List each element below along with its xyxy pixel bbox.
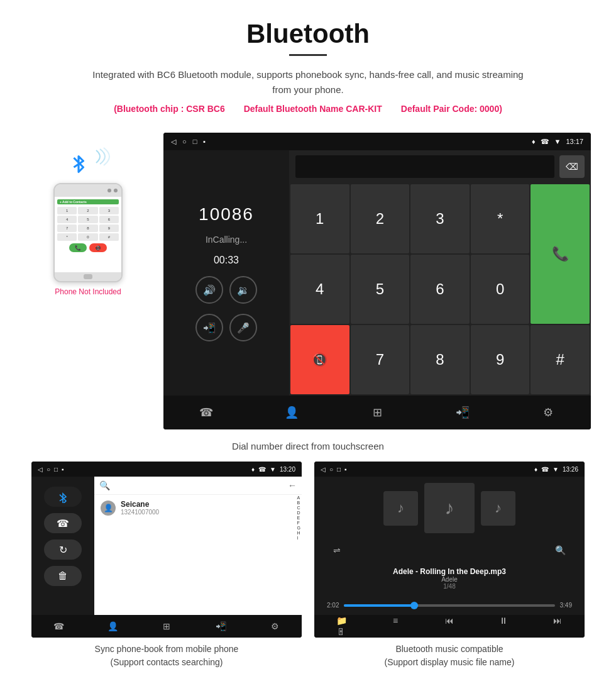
- phone-key-7[interactable]: 7: [57, 224, 77, 232]
- phone-key-3[interactable]: 3: [99, 207, 119, 214]
- numpad-0[interactable]: 0: [471, 255, 530, 324]
- dial-delete-button[interactable]: ⌫: [559, 155, 585, 178]
- numpad-8[interactable]: 8: [410, 325, 470, 394]
- pb-bluetooth-nav[interactable]: [44, 487, 82, 507]
- numpad-7[interactable]: 7: [351, 325, 410, 394]
- music-progress-fill: [344, 604, 417, 607]
- pb-time: 13:20: [280, 466, 295, 473]
- bottom-settings-icon[interactable]: ⚙: [505, 396, 591, 429]
- pb-left-nav: ☎ ↻ 🗑: [31, 477, 94, 615]
- status-bar-right: ♦ ☎ ▼ 13:17: [532, 138, 583, 146]
- music-title: Adele - Rolling In the Deep.mp3: [393, 567, 506, 576]
- numpad-6[interactable]: 6: [410, 255, 470, 324]
- bottom-call-icon[interactable]: ☎: [163, 396, 249, 429]
- pb-nav-home: ○: [47, 466, 50, 473]
- phone-key-9[interactable]: 9: [99, 224, 119, 232]
- pb-bottom-bar: ☎ 👤 ⊞ 📲 ⚙: [31, 615, 302, 638]
- numpad-2[interactable]: 2: [351, 184, 410, 253]
- phone-key-1[interactable]: 1: [57, 207, 77, 214]
- volume-up-button[interactable]: 🔊: [195, 276, 223, 304]
- pb-content: ☎ ↻ 🗑 🔍 ← 👤 Seicane 13241007000: [31, 477, 302, 615]
- numpad-1[interactable]: 1: [290, 184, 349, 253]
- transfer-button[interactable]: 📲: [195, 314, 223, 341]
- pb-search-icon[interactable]: 🔍: [99, 480, 110, 490]
- numpad-star[interactable]: *: [471, 184, 530, 253]
- bottom-screens: ◁ ○ □ ▪ ♦ ☎ ▼ 13:20: [0, 462, 616, 674]
- music-caption: Bluetooth music compatible (Support disp…: [314, 638, 585, 674]
- numpad-5[interactable]: 5: [351, 255, 410, 324]
- music-bottom-bar: 📁 ≡ ⏮ ⏸ ⏭ 🎚: [314, 615, 585, 638]
- spec-name: Default Bluetooth Name CAR-KIT: [244, 104, 382, 114]
- music-shuffle-row: ⇌ 🔍: [327, 545, 572, 555]
- pb-bottom-dialpad[interactable]: ⊞: [140, 621, 194, 631]
- phone-key-8[interactable]: 8: [78, 224, 97, 232]
- shuffle-icon[interactable]: ⇌: [333, 545, 341, 555]
- music-screen: ◁ ○ □ ▪ ♦ ☎ ▼ 13:26 ♪ ♪ ♪: [314, 462, 585, 638]
- spec-code: Default Pair Code: 0000): [401, 104, 502, 114]
- pb-avatar: 👤: [101, 501, 116, 516]
- numpad-hash[interactable]: #: [531, 325, 590, 394]
- pb-refresh-nav[interactable]: ↻: [44, 539, 82, 560]
- music-time: 13:26: [563, 466, 578, 473]
- music-time-current: 2:02: [327, 602, 339, 609]
- pb-bottom-transfer[interactable]: 📲: [194, 621, 248, 631]
- numpad-4[interactable]: 4: [290, 255, 349, 324]
- music-play-pause-icon[interactable]: ⏸: [476, 616, 531, 626]
- volume-down-button[interactable]: 🔉: [229, 276, 257, 304]
- pb-delete-nav[interactable]: 🗑: [44, 566, 82, 586]
- location-icon: ♦: [532, 138, 536, 145]
- add-contacts-label: + Add to Contacts: [60, 200, 87, 204]
- pb-phone-nav[interactable]: ☎: [44, 513, 82, 533]
- phone-dialpad: 1 2 3 4 5 6 7 8 9 * 0 #: [57, 207, 119, 241]
- music-progress-bar[interactable]: [344, 604, 554, 607]
- phone-key-hash[interactable]: #: [99, 233, 119, 241]
- phone-home-button[interactable]: [84, 274, 92, 279]
- music-list-icon[interactable]: ≡: [368, 616, 422, 626]
- phone-screen: + Add to Contacts 1 2 3 4 5 6 7 8 9 * 0 …: [55, 197, 121, 272]
- phone-body: + Add to Contacts 1 2 3 4 5 6 7 8 9 * 0 …: [53, 183, 123, 282]
- music-next-icon[interactable]: ⏭: [531, 616, 585, 626]
- call-icon: ☎: [541, 138, 549, 146]
- numpad-9[interactable]: 9: [471, 325, 530, 394]
- phone-key-star[interactable]: *: [57, 233, 77, 241]
- dial-controls-2: 📲 🎤: [195, 314, 257, 341]
- music-folder-icon[interactable]: 📁: [314, 616, 368, 626]
- phone-call-button[interactable]: 📞: [69, 243, 87, 252]
- pb-contact-info: Seicane 13241007000: [121, 500, 295, 516]
- pb-status-bar: ◁ ○ □ ▪ ♦ ☎ ▼ 13:20: [31, 462, 302, 477]
- pb-contact-number: 13241007000: [121, 509, 295, 516]
- dial-display-input[interactable]: [295, 155, 554, 178]
- phone-end-button[interactable]: 📵: [89, 243, 107, 252]
- phone-key-0[interactable]: 0: [78, 233, 97, 241]
- phone-key-5[interactable]: 5: [78, 216, 97, 223]
- dial-left-panel: 10086 InCalling... 00:33 🔊 🔉 📲 🎤: [163, 150, 289, 396]
- phone-key-4[interactable]: 4: [57, 216, 77, 223]
- pb-location: ♦: [251, 466, 255, 473]
- music-content: ♪ ♪ ♪ ⇌ 🔍 Adele - Rolling In the Deep.mp…: [314, 477, 585, 615]
- bottom-dialpad-icon[interactable]: ⊞: [334, 396, 420, 429]
- pb-contact-item[interactable]: 👤 Seicane 13241007000: [94, 495, 302, 521]
- music-artist: Adele: [393, 576, 506, 583]
- bottom-contacts-icon[interactable]: 👤: [249, 396, 334, 429]
- music-progress-dot: [410, 602, 418, 609]
- bottom-transfer-icon[interactable]: 📲: [420, 396, 505, 429]
- pb-bottom-contacts[interactable]: 👤: [85, 621, 140, 631]
- end-call-button[interactable]: 📵: [290, 325, 349, 394]
- phone-add-contacts-bar: + Add to Contacts: [57, 199, 119, 204]
- call-button[interactable]: 📞: [531, 184, 590, 324]
- phone-key-6[interactable]: 6: [99, 216, 119, 223]
- pb-bottom-settings[interactable]: ⚙: [248, 621, 302, 631]
- dial-content: 10086 InCalling... 00:33 🔊 🔉 📲 🎤 ⌫: [163, 150, 591, 396]
- music-progress-row: 2:02 3:49: [327, 602, 572, 609]
- page-description: Integrated with BC6 Bluetooth module, su…: [88, 67, 528, 97]
- music-eq-icon[interactable]: 🎚: [314, 627, 368, 637]
- pb-bottom-call[interactable]: ☎: [31, 621, 85, 631]
- music-prev-icon[interactable]: ⏮: [422, 616, 476, 626]
- numpad: 1 2 3 * 📞 4 5 6 0 📵 7 8 9 #: [289, 183, 591, 396]
- mute-button[interactable]: 🎤: [229, 314, 257, 341]
- pb-back-icon[interactable]: ←: [288, 480, 297, 490]
- numpad-3[interactable]: 3: [410, 184, 470, 253]
- search-music-icon[interactable]: 🔍: [555, 545, 566, 555]
- phone-key-2[interactable]: 2: [78, 207, 97, 214]
- m-call: ☎: [541, 466, 549, 473]
